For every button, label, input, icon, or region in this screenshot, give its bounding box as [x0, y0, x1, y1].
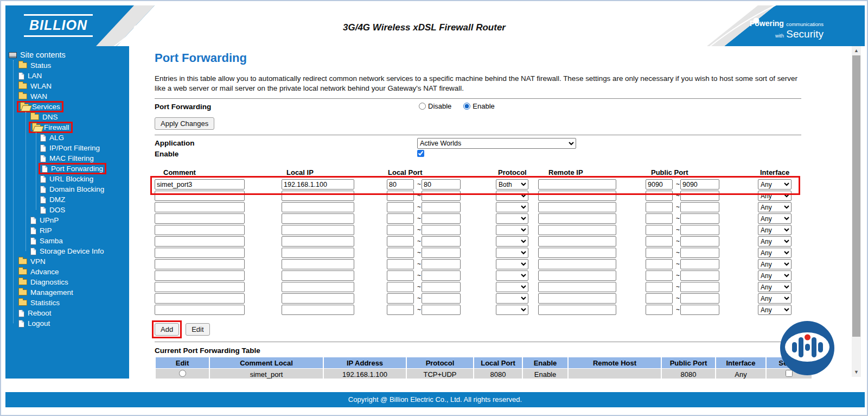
public-port-to-input[interactable]	[680, 282, 719, 292]
sidebar-item-upnp[interactable]: UPnP	[5, 215, 129, 225]
comment-input[interactable]	[155, 191, 245, 201]
public-port-to-input[interactable]	[680, 259, 719, 269]
local-port-to-input[interactable]	[422, 213, 461, 224]
interface-select[interactable]: Any	[758, 191, 792, 201]
comment-input[interactable]	[155, 236, 245, 247]
public-port-from-input[interactable]	[646, 202, 673, 212]
public-port-from-input[interactable]	[646, 259, 673, 269]
local-port-from-input[interactable]	[387, 236, 414, 247]
sidebar-item-alg[interactable]: ALG	[5, 133, 129, 143]
public-port-to-input[interactable]	[680, 202, 719, 212]
remote-ip-input[interactable]	[538, 282, 616, 292]
local-port-to-input[interactable]	[422, 236, 461, 247]
local-port-from-input[interactable]	[387, 225, 414, 235]
comment-input[interactable]	[155, 248, 245, 258]
protocol-select[interactable]	[496, 248, 528, 258]
interface-select[interactable]: Any	[758, 270, 792, 281]
public-port-to-input[interactable]	[680, 191, 719, 201]
local-ip-input[interactable]	[282, 248, 354, 258]
sidebar-item-samba[interactable]: Samba	[5, 236, 129, 246]
remote-ip-input[interactable]	[538, 248, 616, 258]
sidebar-item-diagnostics[interactable]: Diagnostics	[5, 277, 129, 287]
protocol-select[interactable]	[496, 236, 528, 247]
local-port-to-input[interactable]	[422, 293, 461, 304]
public-port-from-input[interactable]	[646, 213, 673, 224]
comment-input[interactable]	[155, 305, 245, 315]
remote-ip-input[interactable]	[538, 202, 616, 212]
interface-select[interactable]: Any	[758, 225, 792, 235]
sidebar-item-url-blocking[interactable]: URL Blocking	[5, 174, 129, 184]
local-port-to-input[interactable]	[422, 191, 461, 201]
local-port-to-input[interactable]	[422, 248, 461, 258]
local-port-to-input[interactable]	[422, 305, 461, 315]
local-ip-input[interactable]	[282, 225, 354, 235]
add-button[interactable]: Add	[155, 323, 179, 336]
public-port-from-input[interactable]	[646, 248, 673, 258]
sidebar-item-advance[interactable]: Advance	[5, 267, 129, 277]
comment-input[interactable]	[155, 270, 245, 281]
current-table-cell[interactable]	[156, 369, 209, 379]
local-port-from-input[interactable]	[387, 179, 414, 190]
sidebar-item-dns[interactable]: DNS	[5, 112, 129, 122]
remote-ip-input[interactable]	[538, 225, 616, 235]
interface-select[interactable]: Any	[758, 202, 792, 212]
comment-input[interactable]	[155, 225, 245, 235]
local-ip-input[interactable]	[282, 259, 354, 269]
public-port-to-input[interactable]	[680, 236, 719, 247]
public-port-to-input[interactable]	[680, 179, 719, 190]
scroll-down-arrow-icon[interactable]: ▼	[852, 368, 861, 377]
sidebar-item-services[interactable]: Services	[5, 102, 129, 112]
sidebar-item-rip[interactable]: RIP	[5, 225, 129, 236]
interface-select[interactable]: Any	[758, 305, 792, 315]
comment-input[interactable]	[155, 282, 245, 292]
public-port-from-input[interactable]	[646, 225, 673, 235]
local-port-from-input[interactable]	[387, 270, 414, 281]
protocol-select[interactable]	[496, 259, 528, 269]
scrollbar-thumb[interactable]	[852, 55, 860, 337]
protocol-select[interactable]	[496, 225, 528, 235]
local-port-to-input[interactable]	[422, 282, 461, 292]
public-port-from-input[interactable]	[646, 305, 673, 315]
public-port-to-input[interactable]	[680, 225, 719, 235]
local-port-to-input[interactable]	[422, 179, 461, 190]
local-ip-input[interactable]	[282, 202, 354, 212]
sidebar-item-dos[interactable]: DOS	[5, 205, 129, 215]
public-port-to-input[interactable]	[680, 293, 719, 304]
local-ip-input[interactable]	[282, 270, 354, 281]
protocol-select[interactable]	[496, 305, 528, 315]
protocol-select[interactable]	[496, 213, 528, 224]
disable-radio[interactable]	[419, 103, 426, 110]
application-select[interactable]: Active Worlds	[417, 138, 576, 149]
public-port-to-input[interactable]	[680, 248, 719, 258]
remote-ip-input[interactable]	[538, 259, 616, 269]
scrollbar[interactable]: ▲ ▼	[852, 46, 861, 377]
protocol-select[interactable]	[496, 282, 528, 292]
remote-ip-input[interactable]	[538, 213, 616, 224]
interface-select[interactable]: Any	[758, 293, 792, 304]
sidebar-item-ip-port-filtering[interactable]: IP/Port Filtering	[5, 143, 129, 153]
protocol-select[interactable]	[496, 293, 528, 304]
local-port-from-input[interactable]	[387, 305, 414, 315]
local-ip-input[interactable]	[282, 236, 354, 247]
local-ip-input[interactable]	[282, 179, 354, 190]
protocol-select[interactable]	[496, 191, 528, 201]
edit-row-radio[interactable]	[179, 370, 186, 377]
public-port-from-input[interactable]	[646, 270, 673, 281]
local-ip-input[interactable]	[282, 191, 354, 201]
protocol-select[interactable]	[496, 270, 528, 281]
sidebar-item-logout[interactable]: Logout	[5, 318, 129, 329]
sidebar-item-storage-device-info[interactable]: Storage Device Info	[5, 246, 129, 256]
local-port-to-input[interactable]	[422, 202, 461, 212]
local-port-to-input[interactable]	[422, 225, 461, 235]
edit-button[interactable]: Edit	[186, 323, 209, 336]
sidebar-item-statistics[interactable]: Statistics	[5, 298, 129, 308]
sidebar-item-vpn[interactable]: VPN	[5, 256, 129, 267]
sidebar-item-port-forwarding[interactable]: Port Forwarding	[5, 163, 129, 174]
remote-ip-input[interactable]	[538, 236, 616, 247]
public-port-to-input[interactable]	[680, 305, 719, 315]
local-ip-input[interactable]	[282, 293, 354, 304]
comment-input[interactable]	[155, 259, 245, 269]
public-port-from-input[interactable]	[646, 179, 673, 190]
local-port-from-input[interactable]	[387, 191, 414, 201]
local-ip-input[interactable]	[282, 305, 354, 315]
